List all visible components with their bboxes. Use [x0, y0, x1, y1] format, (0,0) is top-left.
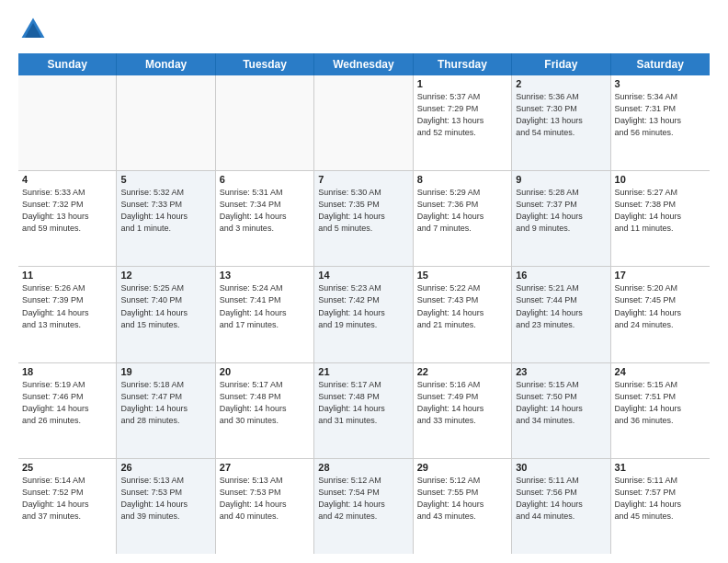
- day-info: Sunrise: 5:15 AM Sunset: 7:51 PM Dayligh…: [615, 379, 706, 427]
- day-info: Sunrise: 5:37 AM Sunset: 7:29 PM Dayligh…: [417, 91, 507, 139]
- day-number: 13: [220, 270, 310, 281]
- weekday-header: Wednesday: [314, 53, 413, 75]
- calendar-row: 4Sunrise: 5:33 AM Sunset: 7:32 PM Daylig…: [18, 171, 710, 267]
- calendar-cell: 16Sunrise: 5:21 AM Sunset: 7:44 PM Dayli…: [512, 267, 610, 362]
- day-number: 22: [417, 366, 507, 377]
- calendar-cell: 22Sunrise: 5:16 AM Sunset: 7:49 PM Dayli…: [414, 363, 512, 458]
- calendar-cell: 23Sunrise: 5:15 AM Sunset: 7:50 PM Dayli…: [512, 363, 610, 458]
- calendar-cell: 20Sunrise: 5:17 AM Sunset: 7:48 PM Dayli…: [216, 363, 314, 458]
- calendar-cell: 21Sunrise: 5:17 AM Sunset: 7:48 PM Dayli…: [314, 363, 413, 458]
- calendar-cell: [216, 75, 314, 170]
- calendar-row: 25Sunrise: 5:14 AM Sunset: 7:52 PM Dayli…: [18, 459, 710, 554]
- weekday-header: Sunday: [18, 53, 117, 75]
- day-info: Sunrise: 5:13 AM Sunset: 7:53 PM Dayligh…: [120, 475, 210, 523]
- calendar-cell: 2Sunrise: 5:36 AM Sunset: 7:30 PM Daylig…: [512, 75, 610, 170]
- calendar-cell: 27Sunrise: 5:13 AM Sunset: 7:53 PM Dayli…: [216, 459, 314, 554]
- weekday-header: Thursday: [414, 53, 512, 75]
- day-info: Sunrise: 5:13 AM Sunset: 7:53 PM Dayligh…: [220, 475, 310, 523]
- day-number: 28: [318, 462, 408, 473]
- weekday-header: Tuesday: [216, 53, 314, 75]
- calendar-cell: [117, 75, 215, 170]
- day-number: 3: [615, 78, 706, 89]
- calendar-cell: 12Sunrise: 5:25 AM Sunset: 7:40 PM Dayli…: [117, 267, 215, 362]
- calendar-cell: 29Sunrise: 5:12 AM Sunset: 7:55 PM Dayli…: [414, 459, 512, 554]
- day-number: 31: [615, 462, 706, 473]
- calendar-cell: 3Sunrise: 5:34 AM Sunset: 7:31 PM Daylig…: [611, 75, 710, 170]
- day-info: Sunrise: 5:12 AM Sunset: 7:55 PM Dayligh…: [417, 475, 507, 523]
- calendar-row: 1Sunrise: 5:37 AM Sunset: 7:29 PM Daylig…: [18, 75, 710, 171]
- calendar-header: SundayMondayTuesdayWednesdayThursdayFrid…: [18, 53, 710, 75]
- day-info: Sunrise: 5:34 AM Sunset: 7:31 PM Dayligh…: [615, 91, 706, 139]
- calendar-cell: 24Sunrise: 5:15 AM Sunset: 7:51 PM Dayli…: [611, 363, 710, 458]
- calendar-cell: 10Sunrise: 5:27 AM Sunset: 7:38 PM Dayli…: [611, 171, 710, 266]
- calendar-cell: 14Sunrise: 5:23 AM Sunset: 7:42 PM Dayli…: [314, 267, 413, 362]
- day-number: 21: [318, 366, 408, 377]
- day-number: 2: [516, 78, 606, 89]
- logo: [18, 15, 51, 44]
- calendar-cell: 5Sunrise: 5:32 AM Sunset: 7:33 PM Daylig…: [117, 171, 215, 266]
- day-number: 18: [22, 366, 112, 377]
- day-info: Sunrise: 5:20 AM Sunset: 7:45 PM Dayligh…: [615, 282, 706, 330]
- calendar-cell: 18Sunrise: 5:19 AM Sunset: 7:46 PM Dayli…: [18, 363, 117, 458]
- day-info: Sunrise: 5:29 AM Sunset: 7:36 PM Dayligh…: [417, 187, 507, 235]
- day-number: 8: [417, 174, 507, 185]
- day-number: 11: [22, 270, 112, 281]
- day-info: Sunrise: 5:15 AM Sunset: 7:50 PM Dayligh…: [516, 379, 606, 427]
- header: [18, 15, 710, 44]
- day-info: Sunrise: 5:12 AM Sunset: 7:54 PM Dayligh…: [318, 475, 408, 523]
- day-info: Sunrise: 5:30 AM Sunset: 7:35 PM Dayligh…: [318, 187, 408, 235]
- day-info: Sunrise: 5:22 AM Sunset: 7:43 PM Dayligh…: [417, 282, 507, 330]
- day-info: Sunrise: 5:17 AM Sunset: 7:48 PM Dayligh…: [318, 379, 408, 427]
- calendar-cell: [314, 75, 413, 170]
- day-number: 7: [318, 174, 408, 185]
- page: SundayMondayTuesdayWednesdayThursdayFrid…: [0, 0, 728, 563]
- calendar: SundayMondayTuesdayWednesdayThursdayFrid…: [18, 53, 710, 554]
- day-info: Sunrise: 5:26 AM Sunset: 7:39 PM Dayligh…: [22, 282, 112, 330]
- day-number: 1: [417, 78, 507, 89]
- calendar-row: 18Sunrise: 5:19 AM Sunset: 7:46 PM Dayli…: [18, 363, 710, 459]
- day-number: 17: [615, 270, 706, 281]
- calendar-cell: 17Sunrise: 5:20 AM Sunset: 7:45 PM Dayli…: [611, 267, 710, 362]
- svg-rect-2: [28, 31, 39, 38]
- day-info: Sunrise: 5:33 AM Sunset: 7:32 PM Dayligh…: [22, 187, 112, 235]
- day-info: Sunrise: 5:11 AM Sunset: 7:57 PM Dayligh…: [615, 475, 706, 523]
- day-info: Sunrise: 5:23 AM Sunset: 7:42 PM Dayligh…: [318, 282, 408, 330]
- day-number: 14: [318, 270, 408, 281]
- day-info: Sunrise: 5:14 AM Sunset: 7:52 PM Dayligh…: [22, 475, 112, 523]
- calendar-cell: 19Sunrise: 5:18 AM Sunset: 7:47 PM Dayli…: [117, 363, 215, 458]
- day-number: 9: [516, 174, 606, 185]
- calendar-cell: 4Sunrise: 5:33 AM Sunset: 7:32 PM Daylig…: [18, 171, 117, 266]
- day-info: Sunrise: 5:11 AM Sunset: 7:56 PM Dayligh…: [516, 475, 606, 523]
- day-info: Sunrise: 5:27 AM Sunset: 7:38 PM Dayligh…: [615, 187, 706, 235]
- calendar-cell: [18, 75, 117, 170]
- day-info: Sunrise: 5:19 AM Sunset: 7:46 PM Dayligh…: [22, 379, 112, 427]
- day-number: 16: [516, 270, 606, 281]
- day-number: 20: [220, 366, 310, 377]
- day-info: Sunrise: 5:32 AM Sunset: 7:33 PM Dayligh…: [120, 187, 210, 235]
- calendar-body: 1Sunrise: 5:37 AM Sunset: 7:29 PM Daylig…: [18, 75, 710, 554]
- calendar-cell: 30Sunrise: 5:11 AM Sunset: 7:56 PM Dayli…: [512, 459, 610, 554]
- day-info: Sunrise: 5:24 AM Sunset: 7:41 PM Dayligh…: [220, 282, 310, 330]
- day-number: 12: [120, 270, 210, 281]
- day-number: 26: [120, 462, 210, 473]
- calendar-cell: 7Sunrise: 5:30 AM Sunset: 7:35 PM Daylig…: [314, 171, 413, 266]
- day-info: Sunrise: 5:31 AM Sunset: 7:34 PM Dayligh…: [220, 187, 310, 235]
- day-number: 29: [417, 462, 507, 473]
- calendar-cell: 11Sunrise: 5:26 AM Sunset: 7:39 PM Dayli…: [18, 267, 117, 362]
- calendar-cell: 8Sunrise: 5:29 AM Sunset: 7:36 PM Daylig…: [414, 171, 512, 266]
- calendar-cell: 1Sunrise: 5:37 AM Sunset: 7:29 PM Daylig…: [414, 75, 512, 170]
- day-info: Sunrise: 5:28 AM Sunset: 7:37 PM Dayligh…: [516, 187, 606, 235]
- calendar-cell: 15Sunrise: 5:22 AM Sunset: 7:43 PM Dayli…: [414, 267, 512, 362]
- calendar-cell: 25Sunrise: 5:14 AM Sunset: 7:52 PM Dayli…: [18, 459, 117, 554]
- calendar-cell: 6Sunrise: 5:31 AM Sunset: 7:34 PM Daylig…: [216, 171, 314, 266]
- day-number: 15: [417, 270, 507, 281]
- day-number: 30: [516, 462, 606, 473]
- day-number: 25: [22, 462, 112, 473]
- weekday-header: Monday: [117, 53, 215, 75]
- calendar-cell: 28Sunrise: 5:12 AM Sunset: 7:54 PM Dayli…: [314, 459, 413, 554]
- calendar-row: 11Sunrise: 5:26 AM Sunset: 7:39 PM Dayli…: [18, 267, 710, 362]
- calendar-cell: 9Sunrise: 5:28 AM Sunset: 7:37 PM Daylig…: [512, 171, 610, 266]
- weekday-header: Friday: [512, 53, 610, 75]
- day-number: 27: [220, 462, 310, 473]
- weekday-header: Saturday: [611, 53, 710, 75]
